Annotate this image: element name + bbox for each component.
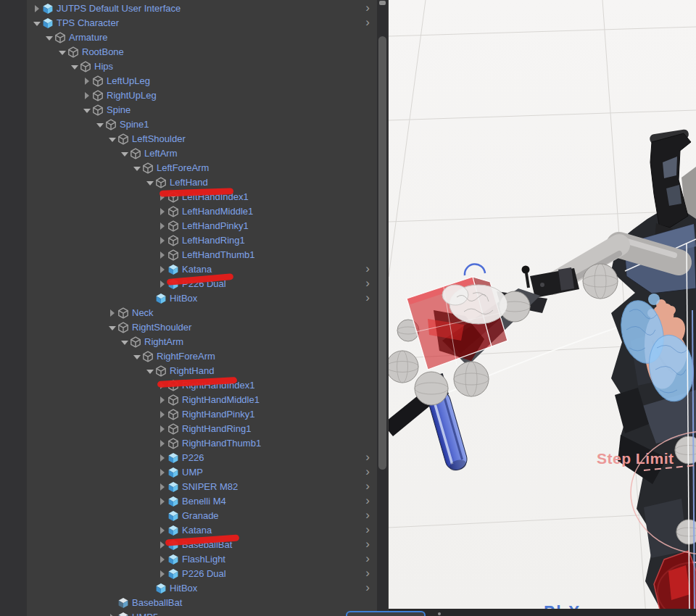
expander-triangle-icon[interactable]: [108, 132, 117, 146]
cube-icon: [167, 510, 179, 522]
prefab-open-chevron-icon[interactable]: ›: [362, 552, 373, 567]
scrollbar-top-nub[interactable]: [379, 1, 386, 5]
prefab-open-chevron-icon[interactable]: ›: [362, 1, 373, 16]
expander-triangle-icon[interactable]: [146, 291, 155, 306]
hierarchy-scrollbar[interactable]: [377, 0, 388, 616]
scene-bottom-bar: [389, 609, 696, 616]
hierarchy-item-label: Hips: [94, 59, 113, 74]
hierarchy-item-label: RightHandMiddle1: [182, 393, 260, 407]
hierarchy-row[interactable]: JUTPS Default User Interface ›: [0, 1, 410, 16]
prefab-open-chevron-icon[interactable]: ›: [362, 480, 373, 494]
prefab-open-chevron-icon[interactable]: ›: [362, 509, 373, 523]
cube-icon: [142, 351, 154, 362]
hierarchy-item-label: RightUpLeg: [107, 88, 157, 103]
cube-icon: [167, 525, 179, 536]
hierarchy-row[interactable]: TPS Character ›: [0, 16, 410, 30]
expander-triangle-icon[interactable]: [158, 407, 167, 422]
prefab-open-chevron-icon[interactable]: ›: [362, 262, 373, 277]
hierarchy-item-label: Spine1: [120, 117, 149, 132]
expander-triangle-icon[interactable]: [96, 117, 105, 132]
cube-icon: [155, 583, 167, 594]
expander-triangle-icon[interactable]: [158, 465, 167, 480]
expander-triangle-icon[interactable]: [158, 204, 167, 219]
expander-triangle-icon[interactable]: [158, 567, 167, 581]
cube-icon: [105, 119, 117, 130]
expander-triangle-icon[interactable]: [133, 161, 142, 175]
expander-triangle-icon[interactable]: [158, 480, 167, 494]
expander-triangle-icon[interactable]: [158, 523, 167, 538]
expander-triangle-icon[interactable]: [158, 422, 167, 436]
bottom-bar-dot-icon: [438, 612, 441, 615]
cube-icon: [167, 220, 179, 232]
collider-sphere: [415, 372, 448, 405]
expander-triangle-icon[interactable]: [158, 494, 167, 509]
expander-triangle-icon[interactable]: [158, 393, 167, 407]
expander-triangle-icon[interactable]: [33, 16, 42, 30]
scrollbar-thumb[interactable]: [378, 36, 386, 470]
expander-triangle-icon[interactable]: [158, 509, 167, 523]
prefab-open-chevron-icon[interactable]: ›: [362, 277, 373, 291]
expander-triangle-icon[interactable]: [146, 581, 155, 596]
prefab-open-chevron-icon[interactable]: ›: [362, 465, 373, 480]
arm-knob: [522, 266, 530, 274]
expander-triangle-icon[interactable]: [108, 596, 117, 610]
expander-triangle-icon[interactable]: [120, 335, 130, 349]
hierarchy-item-label: RightHandThumb1: [182, 436, 261, 451]
expander-triangle-icon[interactable]: [158, 262, 167, 277]
hierarchy-item-label: Spine: [107, 103, 130, 117]
hierarchy-item-label: LeftHandRing1: [182, 233, 245, 248]
expander-triangle-icon[interactable]: [158, 277, 167, 291]
expander-triangle-icon[interactable]: [158, 219, 167, 233]
expander-triangle-icon[interactable]: [133, 349, 142, 364]
cube-icon: [167, 264, 179, 275]
expander-triangle-icon[interactable]: [58, 45, 67, 59]
hierarchy-item-label: LeftHand: [170, 175, 208, 190]
cube-icon: [67, 46, 79, 58]
game-tab-button[interactable]: [346, 611, 426, 616]
expander-triangle-icon[interactable]: [108, 320, 117, 335]
cube-icon: [117, 307, 129, 319]
prefab-open-chevron-icon[interactable]: ›: [362, 451, 373, 465]
expander-triangle-icon[interactable]: [45, 30, 54, 45]
prefab-open-chevron-icon[interactable]: ›: [362, 523, 373, 538]
hierarchy-item-label: RightHand: [170, 364, 214, 378]
cube-icon: [167, 409, 179, 420]
expander-triangle-icon[interactable]: [108, 610, 117, 616]
expander-triangle-icon[interactable]: [83, 74, 92, 88]
expander-triangle-icon[interactable]: [146, 364, 155, 378]
hierarchy-row[interactable]: RootBone: [0, 45, 435, 59]
hierarchy-item-label: RightArm: [144, 335, 183, 349]
expander-triangle-icon[interactable]: [146, 175, 155, 190]
expander-triangle-icon[interactable]: [70, 59, 80, 74]
hierarchy-item-label: UMP5: [132, 610, 158, 616]
expander-triangle-icon[interactable]: [83, 103, 92, 117]
expander-triangle-icon[interactable]: [108, 306, 117, 320]
cube-icon: [117, 133, 129, 145]
expander-triangle-icon[interactable]: [158, 233, 167, 248]
prefab-open-chevron-icon[interactable]: ›: [362, 291, 373, 306]
hierarchy-panel: JUTPS Default User Interface › TPS Chara…: [27, 0, 377, 616]
prefab-open-chevron-icon[interactable]: ›: [362, 538, 373, 552]
prefab-open-chevron-icon[interactable]: ›: [362, 16, 373, 30]
hierarchy-item-label: LeftForeArm: [157, 161, 209, 175]
scene-view[interactable]: Step Limit Pl X: [389, 0, 696, 609]
hierarchy-item-label: RightHandPinky1: [182, 407, 254, 422]
expander-triangle-icon[interactable]: [33, 1, 42, 16]
cube-icon: [167, 394, 179, 406]
prefab-open-chevron-icon[interactable]: ›: [362, 494, 373, 509]
expander-triangle-icon[interactable]: [83, 88, 92, 103]
cube-icon: [92, 90, 104, 101]
expander-triangle-icon[interactable]: [158, 552, 167, 567]
expander-triangle-icon[interactable]: [158, 451, 167, 465]
prefab-open-chevron-icon[interactable]: ›: [362, 581, 373, 596]
cube-icon: [167, 467, 179, 478]
hierarchy-row[interactable]: Armature: [0, 30, 422, 45]
cube-icon: [167, 249, 179, 261]
cube-icon: [167, 481, 179, 493]
expander-triangle-icon[interactable]: [158, 436, 167, 451]
expander-triangle-icon[interactable]: [120, 146, 130, 161]
prefab-open-chevron-icon[interactable]: ›: [362, 567, 373, 581]
expander-triangle-icon[interactable]: [158, 248, 167, 262]
cube-icon: [117, 597, 129, 609]
hierarchy-item-label: LeftHandThumb1: [182, 248, 254, 262]
